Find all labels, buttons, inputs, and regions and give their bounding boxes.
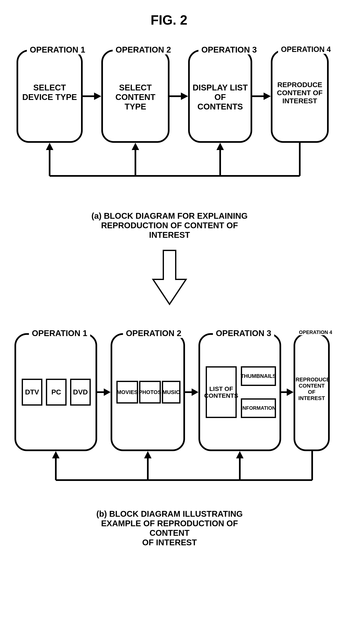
row1-op4-text: REPRODUCE CONTENT OF INTEREST (274, 81, 326, 105)
row1-op2-text: SELECT CONTENT TYPE (105, 83, 165, 111)
figure-title: FIG. 2 (0, 12, 338, 28)
caption-b: (b) BLOCK DIAGRAM ILLUSTRATING EXAMPLE O… (89, 509, 250, 547)
row2-op3-label: OPERATION 3 (213, 328, 274, 338)
row2-op2-item-movies: MOVIES (116, 381, 138, 404)
row2-op4-label: OPERATION 4 (296, 330, 335, 335)
row2-op2-item-photos: PHOTOS (139, 381, 161, 404)
row1-op1-text: SELECT DEVICE TYPE (21, 83, 78, 102)
row2-op2-item-music: MUSIC (162, 381, 180, 404)
caption-a: (a) BLOCK DIAGRAM FOR EXPLAINING REPRODU… (87, 211, 252, 240)
svg-marker-20 (287, 388, 294, 396)
svg-marker-26 (144, 451, 152, 458)
svg-marker-1 (94, 92, 101, 100)
row2-op3-list: LIST OF CONTENTS (206, 366, 237, 418)
svg-marker-14 (153, 250, 186, 304)
svg-marker-5 (264, 92, 271, 100)
row2-op3-thumbnails: THUMBNAILS (241, 366, 276, 386)
row1-op2-label: OPERATION 2 (113, 45, 174, 54)
row2-op1-label: OPERATION 1 (29, 328, 90, 338)
row1-op3-label: OPERATION 3 (198, 45, 260, 54)
row1-op1-label: OPERATION 1 (27, 45, 88, 54)
svg-marker-9 (46, 143, 53, 150)
svg-marker-28 (236, 451, 244, 458)
row1-op3-text: DISPLAY LIST OF CONTENTS (192, 83, 248, 111)
row2-op2-label: OPERATION 2 (123, 328, 184, 338)
row2-op1-item-dvd: DVD (70, 379, 91, 406)
svg-marker-18 (192, 388, 198, 396)
svg-marker-11 (132, 143, 139, 150)
svg-marker-3 (181, 92, 188, 100)
row2-op3-information: INFORMATION (241, 398, 276, 418)
row2-op1-item-pc: PC (46, 379, 66, 406)
row2-op4-text: REPRODUCE CONTENT OF INTEREST (296, 377, 328, 402)
svg-marker-13 (216, 143, 224, 150)
diagram-canvas: FIG. 2 OPERATION 1 SELECT DEVICE TYPE OP… (0, 0, 338, 644)
row2-op1-item-dtv: DTV (22, 379, 42, 406)
svg-marker-16 (104, 388, 111, 396)
svg-marker-24 (52, 451, 59, 458)
row1-op4-label: OPERATION 4 (278, 45, 334, 54)
